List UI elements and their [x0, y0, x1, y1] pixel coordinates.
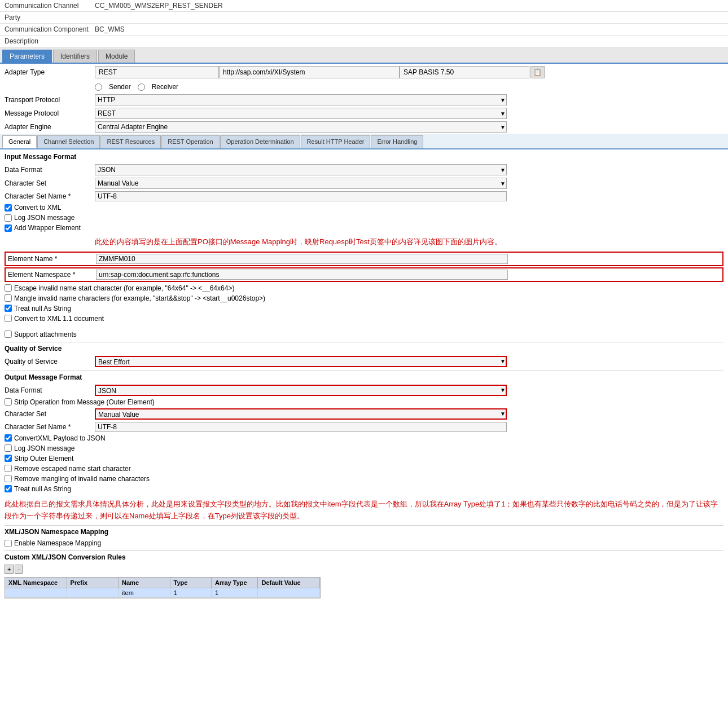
- remove-mangling-label: Remove mangling of invalid name characte…: [14, 475, 150, 483]
- enable-namespace-checkbox[interactable]: [5, 540, 12, 547]
- remove-escaped-label: Remove escaped name start character: [14, 465, 131, 473]
- character-set-name-row: Character Set Name *: [5, 190, 723, 202]
- output-character-set-dropdown[interactable]: Manual Value ▼: [95, 408, 507, 420]
- convert-xml-payload-label: ConvertXML Payload to JSON: [14, 434, 106, 442]
- table-header: XML Namespace Prefix Name Type Array Typ…: [5, 578, 320, 588]
- remove-escaped-checkbox[interactable]: [5, 465, 12, 472]
- col-prefix: Prefix: [67, 578, 119, 588]
- add-wrapper-checkbox[interactable]: [5, 224, 12, 232]
- support-attachments-checkbox[interactable]: [5, 331, 12, 338]
- col-type: Type: [170, 578, 212, 588]
- convert-to-xml-label: Convert to XML: [14, 204, 61, 212]
- message-protocol-row: Message Protocol REST ▼: [0, 107, 728, 120]
- cell-type: 1: [170, 588, 212, 597]
- remove-mangling-row: Remove mangling of invalid name characte…: [5, 474, 723, 484]
- remove-row-button[interactable]: -: [15, 565, 23, 574]
- main-tabs: Parameters Identifiers Module: [0, 47, 728, 64]
- message-protocol-dropdown[interactable]: REST ▼: [95, 108, 507, 119]
- add-wrapper-row: Add Wrapper Element: [5, 223, 723, 233]
- transport-protocol-dropdown[interactable]: HTTP ▼: [95, 94, 507, 105]
- party-row: Party: [0, 12, 728, 24]
- strip-operation-checkbox[interactable]: [5, 398, 12, 406]
- output-data-format-label: Data Format: [5, 386, 95, 394]
- nav-tab-rest-operation[interactable]: REST Operation: [161, 135, 220, 148]
- character-set-label: Character Set: [5, 179, 95, 187]
- output-character-set-name-row: Character Set Name *: [5, 421, 723, 433]
- element-name-input[interactable]: [96, 254, 508, 264]
- output-character-set-name-input[interactable]: [95, 422, 507, 432]
- output-data-format-dropdown[interactable]: JSON ▼: [95, 385, 507, 396]
- copy-icon: 📋: [533, 68, 542, 76]
- nav-tab-general[interactable]: General: [2, 135, 37, 148]
- strip-operation-label: Strip Operation from Message (Outer Elem…: [14, 398, 155, 406]
- element-name-row: Element Name *: [5, 252, 723, 266]
- strip-outer-label: Strip Outer Element: [14, 455, 73, 462]
- strip-outer-checkbox[interactable]: [5, 455, 12, 462]
- description-label: Description: [5, 37, 95, 45]
- remove-mangling-checkbox[interactable]: [5, 475, 12, 482]
- escape-invalid-checkbox[interactable]: [5, 284, 12, 292]
- copy-button[interactable]: 📋: [530, 66, 545, 78]
- log-json-message-row: Log JSON message: [5, 213, 723, 223]
- sender-receiver-row: Sender Receiver: [0, 81, 728, 93]
- message-protocol-value: REST: [95, 108, 507, 119]
- convert-xml-payload-checkbox[interactable]: [5, 434, 12, 442]
- transport-protocol-value: HTTP: [95, 94, 507, 105]
- nav-tab-error-handling[interactable]: Error Handling: [371, 135, 423, 148]
- col-array-type: Array Type: [212, 578, 258, 588]
- description-row: Description: [0, 36, 728, 47]
- character-set-dropdown[interactable]: Manual Value ▼: [95, 178, 507, 189]
- add-row-button[interactable]: +: [5, 565, 14, 574]
- escape-invalid-row: Escape invalid name start character (for…: [5, 283, 723, 293]
- sender-radio[interactable]: [95, 83, 102, 91]
- convert-xml-11-checkbox[interactable]: [5, 315, 12, 322]
- communication-channel-value: CC_MM005_WMS2ERP_REST_SENDER: [95, 2, 723, 10]
- output-message-format-title: Output Message Format: [5, 373, 723, 381]
- nav-tab-result-http-header[interactable]: Result HTTP Header: [301, 135, 371, 148]
- sender-label: Sender: [109, 83, 131, 91]
- remove-escaped-row: Remove escaped name start character: [5, 464, 723, 474]
- comm-component-label: Communication Component: [5, 25, 95, 33]
- tab-identifiers[interactable]: Identifiers: [53, 50, 97, 63]
- col-default-value: Default Value: [258, 578, 320, 588]
- data-format-row: Data Format JSON ▼: [5, 163, 723, 177]
- qos-dropdown[interactable]: Best Effort ▼: [95, 356, 507, 367]
- mangle-invalid-checkbox[interactable]: [5, 294, 12, 302]
- cell-array-type: 1: [212, 588, 258, 597]
- output-log-json-checkbox[interactable]: [5, 444, 12, 452]
- log-json-message-checkbox[interactable]: [5, 214, 12, 222]
- character-set-row: Character Set Manual Value ▼: [5, 177, 723, 190]
- tab-module[interactable]: Module: [98, 50, 135, 63]
- output-data-format-value: JSON: [95, 385, 507, 396]
- annotation-text-2: 此处根据自己的报文需求具体情况具体分析，此处是用来设置报文字段类型的地方。比如我…: [5, 499, 723, 522]
- support-attachments-row: Support attachments: [5, 329, 723, 340]
- receiver-radio[interactable]: [138, 83, 145, 91]
- cell-xml-namespace: [5, 588, 67, 597]
- custom-rules-table: XML Namespace Prefix Name Type Array Typ…: [5, 577, 321, 598]
- adapter-type-row: Adapter Type REST http://sap.com/xi/XI/S…: [0, 64, 728, 81]
- table-row[interactable]: item 1 1: [5, 588, 320, 598]
- convert-to-xml-checkbox[interactable]: [5, 204, 12, 212]
- cell-prefix: [67, 588, 119, 597]
- tab-parameters[interactable]: Parameters: [2, 50, 52, 63]
- adapter-engine-dropdown[interactable]: Central Adapter Engine ▼: [95, 121, 507, 133]
- character-set-name-input[interactable]: [95, 191, 507, 201]
- strip-operation-row: Strip Operation from Message (Outer Elem…: [5, 397, 723, 407]
- adapter-type-label: Adapter Type: [5, 68, 95, 76]
- output-character-set-value: Manual Value: [95, 408, 507, 420]
- element-name-label: Element Name *: [6, 255, 96, 263]
- nav-tab-channel-selection[interactable]: Channel Selection: [37, 135, 100, 148]
- output-treat-null-checkbox[interactable]: [5, 485, 12, 492]
- treat-null-checkbox[interactable]: [5, 305, 12, 312]
- element-namespace-input[interactable]: [96, 270, 508, 280]
- data-format-dropdown[interactable]: JSON ▼: [95, 164, 507, 175]
- qos-row: Quality of Service Best Effort ▼: [5, 355, 723, 368]
- message-protocol-label: Message Protocol: [5, 109, 95, 117]
- nav-tab-rest-resources[interactable]: REST Resources: [100, 135, 161, 148]
- strip-outer-row: Strip Outer Element: [5, 453, 723, 464]
- adapter-type-value: REST: [95, 66, 219, 78]
- nav-tab-operation-determination[interactable]: Operation Determination: [220, 135, 300, 148]
- cell-default-value: [258, 588, 320, 597]
- character-set-value: Manual Value: [95, 178, 507, 189]
- general-content: Input Message Format Data Format JSON ▼ …: [0, 149, 728, 604]
